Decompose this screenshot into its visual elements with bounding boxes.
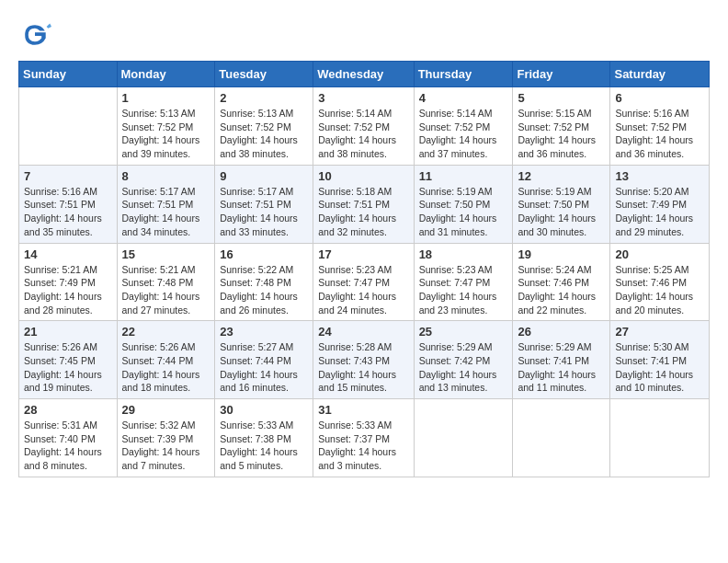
calendar-cell: 3Sunrise: 5:14 AM Sunset: 7:52 PM Daylig… [313, 87, 414, 166]
day-info: Sunrise: 5:33 AM Sunset: 7:37 PM Dayligh… [318, 419, 408, 473]
page-header [18, 18, 710, 52]
calendar-cell: 8Sunrise: 5:17 AM Sunset: 7:51 PM Daylig… [117, 165, 215, 243]
day-info: Sunrise: 5:23 AM Sunset: 7:47 PM Dayligh… [419, 263, 508, 317]
calendar-cell: 30Sunrise: 5:33 AM Sunset: 7:38 PM Dayli… [215, 399, 313, 477]
day-info: Sunrise: 5:27 AM Sunset: 7:44 PM Dayligh… [220, 340, 308, 395]
calendar-cell: 18Sunrise: 5:23 AM Sunset: 7:47 PM Dayli… [414, 243, 513, 321]
day-info: Sunrise: 5:29 AM Sunset: 7:42 PM Dayligh… [419, 340, 508, 395]
week-row-3: 14Sunrise: 5:21 AM Sunset: 7:49 PM Dayli… [19, 243, 710, 321]
day-number: 24 [318, 325, 408, 339]
day-number: 23 [220, 325, 308, 339]
week-row-4: 21Sunrise: 5:26 AM Sunset: 7:45 PM Dayli… [19, 321, 710, 399]
day-number: 11 [419, 169, 508, 183]
day-number: 29 [122, 403, 210, 417]
week-row-1: 1Sunrise: 5:13 AM Sunset: 7:52 PM Daylig… [19, 87, 710, 166]
calendar-cell: 23Sunrise: 5:27 AM Sunset: 7:44 PM Dayli… [215, 321, 313, 399]
day-number: 2 [220, 91, 308, 105]
day-number: 1 [122, 91, 210, 105]
day-info: Sunrise: 5:13 AM Sunset: 7:52 PM Dayligh… [220, 107, 308, 161]
calendar-cell [414, 399, 513, 477]
day-number: 12 [518, 169, 605, 183]
calendar-table: SundayMondayTuesdayWednesdayThursdayFrid… [18, 61, 710, 477]
day-info: Sunrise: 5:19 AM Sunset: 7:50 PM Dayligh… [419, 185, 508, 239]
day-number: 28 [24, 403, 112, 417]
calendar-cell: 15Sunrise: 5:21 AM Sunset: 7:48 PM Dayli… [117, 243, 215, 321]
logo-icon [18, 18, 51, 52]
column-header-thursday: Thursday [414, 62, 513, 87]
calendar-cell [513, 399, 610, 477]
day-info: Sunrise: 5:32 AM Sunset: 7:39 PM Dayligh… [122, 419, 210, 473]
day-info: Sunrise: 5:33 AM Sunset: 7:38 PM Dayligh… [220, 419, 308, 473]
day-info: Sunrise: 5:21 AM Sunset: 7:49 PM Dayligh… [24, 263, 112, 317]
logo [18, 18, 55, 52]
day-number: 20 [615, 247, 704, 261]
calendar-cell: 4Sunrise: 5:14 AM Sunset: 7:52 PM Daylig… [414, 87, 513, 166]
calendar-cell [19, 87, 118, 166]
calendar-cell: 7Sunrise: 5:16 AM Sunset: 7:51 PM Daylig… [19, 165, 118, 243]
calendar-cell: 31Sunrise: 5:33 AM Sunset: 7:37 PM Dayli… [313, 399, 414, 477]
day-number: 9 [220, 169, 308, 183]
calendar-cell: 28Sunrise: 5:31 AM Sunset: 7:40 PM Dayli… [19, 399, 118, 477]
day-info: Sunrise: 5:25 AM Sunset: 7:46 PM Dayligh… [615, 263, 704, 317]
calendar-cell: 5Sunrise: 5:15 AM Sunset: 7:52 PM Daylig… [513, 87, 610, 166]
day-number: 16 [220, 247, 308, 261]
column-header-tuesday: Tuesday [215, 62, 313, 87]
calendar-cell: 10Sunrise: 5:18 AM Sunset: 7:51 PM Dayli… [313, 165, 414, 243]
calendar-cell: 2Sunrise: 5:13 AM Sunset: 7:52 PM Daylig… [215, 87, 313, 166]
day-info: Sunrise: 5:26 AM Sunset: 7:44 PM Dayligh… [122, 340, 210, 395]
calendar-cell: 12Sunrise: 5:19 AM Sunset: 7:50 PM Dayli… [513, 165, 610, 243]
day-info: Sunrise: 5:31 AM Sunset: 7:40 PM Dayligh… [24, 419, 112, 473]
day-info: Sunrise: 5:26 AM Sunset: 7:45 PM Dayligh… [24, 340, 112, 395]
day-info: Sunrise: 5:13 AM Sunset: 7:52 PM Dayligh… [122, 107, 210, 161]
column-header-wednesday: Wednesday [313, 62, 414, 87]
calendar-cell: 19Sunrise: 5:24 AM Sunset: 7:46 PM Dayli… [513, 243, 610, 321]
day-info: Sunrise: 5:30 AM Sunset: 7:41 PM Dayligh… [615, 340, 704, 395]
day-info: Sunrise: 5:16 AM Sunset: 7:51 PM Dayligh… [24, 185, 112, 239]
calendar-cell: 27Sunrise: 5:30 AM Sunset: 7:41 PM Dayli… [610, 321, 710, 399]
week-row-5: 28Sunrise: 5:31 AM Sunset: 7:40 PM Dayli… [19, 399, 710, 477]
day-info: Sunrise: 5:24 AM Sunset: 7:46 PM Dayligh… [518, 263, 605, 317]
day-info: Sunrise: 5:16 AM Sunset: 7:52 PM Dayligh… [615, 107, 704, 161]
day-number: 30 [220, 403, 308, 417]
calendar-cell: 25Sunrise: 5:29 AM Sunset: 7:42 PM Dayli… [414, 321, 513, 399]
day-number: 17 [318, 247, 408, 261]
calendar-cell: 13Sunrise: 5:20 AM Sunset: 7:49 PM Dayli… [610, 165, 710, 243]
day-number: 10 [318, 169, 408, 183]
day-number: 27 [615, 325, 704, 339]
day-number: 19 [518, 247, 605, 261]
day-number: 8 [122, 169, 210, 183]
calendar-cell: 22Sunrise: 5:26 AM Sunset: 7:44 PM Dayli… [117, 321, 215, 399]
day-number: 7 [24, 169, 112, 183]
calendar-cell: 29Sunrise: 5:32 AM Sunset: 7:39 PM Dayli… [117, 399, 215, 477]
day-number: 31 [318, 403, 408, 417]
column-header-friday: Friday [513, 62, 610, 87]
day-info: Sunrise: 5:14 AM Sunset: 7:52 PM Dayligh… [419, 107, 508, 161]
column-header-saturday: Saturday [610, 62, 710, 87]
day-info: Sunrise: 5:17 AM Sunset: 7:51 PM Dayligh… [220, 185, 308, 239]
calendar-cell: 20Sunrise: 5:25 AM Sunset: 7:46 PM Dayli… [610, 243, 710, 321]
day-info: Sunrise: 5:23 AM Sunset: 7:47 PM Dayligh… [318, 263, 408, 317]
calendar-cell: 14Sunrise: 5:21 AM Sunset: 7:49 PM Dayli… [19, 243, 118, 321]
day-info: Sunrise: 5:28 AM Sunset: 7:43 PM Dayligh… [318, 340, 408, 395]
day-info: Sunrise: 5:20 AM Sunset: 7:49 PM Dayligh… [615, 185, 704, 239]
day-number: 14 [24, 247, 112, 261]
day-number: 13 [615, 169, 704, 183]
day-number: 25 [419, 325, 508, 339]
day-info: Sunrise: 5:21 AM Sunset: 7:48 PM Dayligh… [122, 263, 210, 317]
calendar-cell: 11Sunrise: 5:19 AM Sunset: 7:50 PM Dayli… [414, 165, 513, 243]
day-number: 26 [518, 325, 605, 339]
calendar-body: 1Sunrise: 5:13 AM Sunset: 7:52 PM Daylig… [19, 87, 710, 477]
calendar-cell: 17Sunrise: 5:23 AM Sunset: 7:47 PM Dayli… [313, 243, 414, 321]
day-info: Sunrise: 5:17 AM Sunset: 7:51 PM Dayligh… [122, 185, 210, 239]
calendar-cell: 6Sunrise: 5:16 AM Sunset: 7:52 PM Daylig… [610, 87, 710, 166]
calendar-cell: 16Sunrise: 5:22 AM Sunset: 7:48 PM Dayli… [215, 243, 313, 321]
day-number: 4 [419, 91, 508, 105]
calendar-cell: 21Sunrise: 5:26 AM Sunset: 7:45 PM Dayli… [19, 321, 118, 399]
day-number: 21 [24, 325, 112, 339]
calendar-cell: 1Sunrise: 5:13 AM Sunset: 7:52 PM Daylig… [117, 87, 215, 166]
day-info: Sunrise: 5:14 AM Sunset: 7:52 PM Dayligh… [318, 107, 408, 161]
week-row-2: 7Sunrise: 5:16 AM Sunset: 7:51 PM Daylig… [19, 165, 710, 243]
day-info: Sunrise: 5:29 AM Sunset: 7:41 PM Dayligh… [518, 340, 605, 395]
day-info: Sunrise: 5:19 AM Sunset: 7:50 PM Dayligh… [518, 185, 605, 239]
calendar-cell [610, 399, 710, 477]
